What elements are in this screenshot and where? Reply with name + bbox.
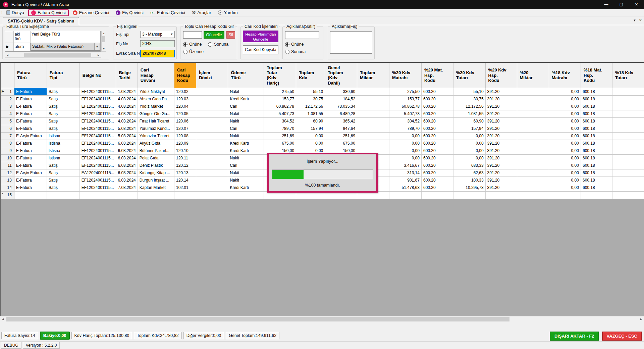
grid-cell[interactable] (196, 140, 228, 147)
grid-cell[interactable]: 3.416,67 (389, 162, 422, 169)
grid-cell[interactable]: 6.03.2024 (116, 140, 138, 147)
grid-cell[interactable]: 0,00 (549, 117, 581, 125)
row-header-7[interactable]: 7 (1, 132, 14, 140)
grid-cell[interactable] (612, 132, 644, 140)
grid-cell[interactable]: 0,00 (389, 140, 422, 147)
grid-cell[interactable]: Yorulmaz Kund... (138, 125, 174, 132)
grid-cell[interactable] (612, 110, 644, 117)
row-header-1[interactable]: ▶1 (1, 88, 14, 95)
grid-cell[interactable] (517, 140, 549, 147)
grid-cell[interactable] (196, 125, 228, 132)
vscroll-thumb[interactable] (102, 36, 105, 42)
grid-cell[interactable]: 30,75 (296, 95, 325, 103)
grid-cell[interactable]: 789,70 (264, 125, 296, 132)
menu-item-fatura-cevirici[interactable]: FFatura Çevirici (28, 9, 69, 16)
grid-cell[interactable]: 0,00 (389, 154, 422, 162)
column-header-mat20-hsp-kodu[interactable]: %20 Mat. Hsp. Kodu (421, 63, 453, 88)
scroll-right-icon[interactable]: ► (638, 317, 644, 321)
fis-tipi-combo[interactable]: 3 - Mahsup ▼ (140, 31, 175, 38)
column-header-mat18-hsp-kodu[interactable]: %18 Mat. Hsp. Kodu (581, 63, 612, 88)
grid-cell[interactable]: 391.20 (485, 125, 517, 132)
grid-cell[interactable]: Nakit (228, 110, 264, 117)
grid-cell[interactable]: 6.03.2024 (116, 162, 138, 169)
grid-cell[interactable]: 5.407,73 (264, 110, 296, 117)
grid-cell[interactable]: Nakit (228, 117, 264, 125)
grid-cell[interactable] (485, 191, 517, 199)
grid-cell[interactable]: 391.20 (485, 154, 517, 162)
grid-cell[interactable]: 275,50 (264, 88, 296, 95)
menu-item-araclar[interactable]: ⚒Araçlar (189, 9, 214, 16)
grid-cell[interactable] (138, 191, 174, 199)
grid-cell[interactable]: 901,67 (389, 177, 422, 184)
grid-cell[interactable] (517, 110, 549, 117)
grid-cell[interactable]: 120.06 (174, 117, 196, 125)
grid-cell[interactable]: 0,00 (549, 95, 581, 103)
grid-cell[interactable] (196, 169, 228, 177)
grid-cell[interactable] (517, 177, 549, 184)
grid-cell[interactable] (196, 88, 228, 95)
grid-cell[interactable] (79, 191, 116, 199)
column-header-cari-hesap-kodu[interactable]: Cari Hesap Kodu (174, 63, 196, 88)
grid-cell[interactable] (228, 191, 264, 199)
grid-cell[interactable] (357, 140, 389, 147)
row-header-14[interactable]: 14 (1, 184, 14, 191)
grid-cell[interactable]: EF12024001115... (79, 117, 116, 125)
menu-item-yardim[interactable]: ?Yardım (215, 9, 240, 16)
grid-cell[interactable]: 251,69 (325, 132, 357, 140)
grid-cell[interactable]: EF12024001115... (79, 110, 116, 117)
grid-cell[interactable] (357, 110, 389, 117)
grid-cell[interactable]: 153,77 (389, 95, 422, 103)
grid-cell[interactable] (196, 184, 228, 191)
grid-cell[interactable]: 0,00 (296, 140, 325, 147)
grid-cell[interactable]: E-Fatura (14, 184, 47, 191)
grid-cell[interactable]: E-Fatura (14, 162, 47, 169)
grid-cell[interactable]: 600.18 (581, 184, 612, 191)
grid-cell[interactable] (357, 95, 389, 103)
column-header-miktar20[interactable]: %20 Miktar (517, 63, 549, 88)
grid-cell[interactable]: 683,33 (453, 162, 485, 169)
scroll-left-icon[interactable]: ◄ (5, 54, 10, 57)
grid-cell[interactable] (357, 125, 389, 132)
grid-cell[interactable] (612, 177, 644, 184)
grid-cell[interactable]: 600.18 (581, 154, 612, 162)
sonuna-radio[interactable] (208, 42, 212, 47)
scroll-left-icon[interactable]: ◄ (0, 317, 6, 321)
grid-cell[interactable] (517, 154, 549, 162)
grid-cell[interactable] (549, 191, 581, 199)
column-header-kdv18-tutari[interactable]: %18 Kdv Tutarı (612, 63, 644, 88)
combo-arrow-icon[interactable]: ▼ (94, 43, 100, 50)
menu-item-eczane-cevirici[interactable]: EEczane Çevirici (70, 9, 112, 16)
column-header-islem-dovizi[interactable]: İşlem Dövizi (196, 63, 228, 88)
grid-cell[interactable]: 600.18 (581, 117, 612, 125)
grid-cell[interactable] (357, 132, 389, 140)
grid-cell[interactable]: 10.295,73 (453, 184, 485, 191)
grid-cell[interactable]: 6.03.2024 (116, 154, 138, 162)
aciklama-onune-radio[interactable] (285, 42, 289, 47)
grid-cell[interactable]: E-Fatura (14, 125, 47, 132)
grid-cell[interactable]: Satış (47, 95, 79, 103)
grid-cell[interactable]: 0,00 (549, 162, 581, 169)
grid-cell[interactable] (196, 147, 228, 154)
row-header-15[interactable]: *15 (1, 191, 14, 199)
grid-cell[interactable] (196, 162, 228, 169)
grid-cell[interactable]: 60.862,78 (264, 103, 296, 110)
grid-cell[interactable]: Kırlangıç Kitap ... (138, 169, 174, 177)
column-header-toplam-kdv[interactable]: Toplam Kdv (296, 63, 325, 88)
grid-cell[interactable]: 330,60 (325, 88, 357, 95)
grid-cell[interactable]: 120.04 (174, 103, 196, 110)
vazgec-button[interactable]: VAZGEÇ - ESC (602, 332, 642, 341)
grid-cell[interactable]: 600.20 (421, 132, 453, 140)
grid-cell[interactable]: 102.01 (174, 184, 196, 191)
mapping-grid-vscrollbar[interactable]: ▲ ▼ (101, 31, 106, 52)
grid-cell[interactable] (421, 191, 453, 199)
column-header-fatura-turu[interactable]: Fatura Türü (14, 63, 47, 88)
grid-cell[interactable] (612, 95, 644, 103)
grid-cell[interactable]: 391.20 (485, 162, 517, 169)
grid-cell[interactable]: EA12024001115... (79, 169, 116, 177)
grid-cell[interactable]: Deniz Plastik (138, 162, 174, 169)
grid-cell[interactable]: EF12024001115... (79, 132, 116, 140)
grid-cell[interactable] (517, 125, 549, 132)
grid-cell[interactable] (196, 132, 228, 140)
grid-cell[interactable]: 6.03.2024 (116, 177, 138, 184)
grid-cell[interactable]: Istisna (47, 132, 79, 140)
